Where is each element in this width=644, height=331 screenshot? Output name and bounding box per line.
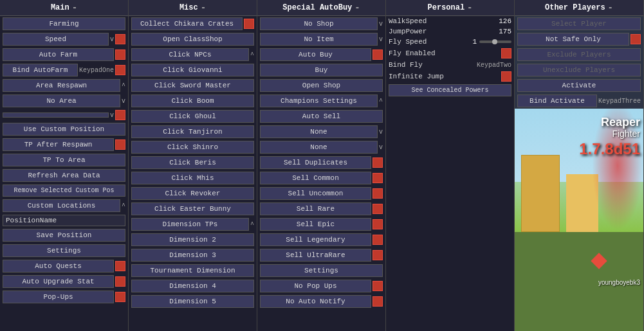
open-shop-btn[interactable]: Open Shop [260, 79, 383, 92]
jumppower-row: JumpPower 175 [386, 26, 514, 37]
special-title: Special AutoBuy [282, 3, 352, 12]
pop-ups-toggle[interactable] [115, 292, 125, 302]
sell-epic-toggle[interactable] [373, 219, 383, 229]
misc-minimize[interactable]: - [201, 3, 206, 13]
no-item-btn[interactable]: No Item [260, 33, 378, 46]
auto-upgrade-stat-btn[interactable]: Auto Upgrade Stat [3, 275, 114, 288]
auto-farm-toggle[interactable] [115, 49, 125, 60]
fly-speed-slider[interactable] [479, 40, 511, 43]
settings-btn[interactable]: Settings [3, 244, 125, 257]
collect-chikara-toggle[interactable] [244, 19, 254, 29]
dimension-tps-btn[interactable]: Dimension TPs [131, 218, 249, 231]
auto-buy-btn[interactable]: Auto Buy [260, 48, 371, 61]
auto-upgrade-stat-toggle[interactable] [115, 276, 125, 287]
position-name-input[interactable] [3, 215, 125, 226]
main-minimize[interactable]: - [72, 3, 77, 13]
exclude-players-btn[interactable]: Exclude Players [517, 48, 641, 61]
no-auto-notify-toggle[interactable] [373, 296, 383, 307]
collect-chikara-btn[interactable]: Collect Chikara Crates [131, 17, 243, 30]
no-shop-btn[interactable]: No Shop [260, 17, 378, 30]
special-settings-btn[interactable]: Settings [260, 264, 383, 277]
bind-activate-btn[interactable]: Bind Activate [517, 94, 597, 107]
sell-duplicates-toggle[interactable] [373, 157, 383, 168]
area-respawn-btn[interactable]: Area Respawn [3, 79, 120, 92]
sell-ultrarare-btn[interactable]: Sell UltraRare [260, 249, 371, 262]
sell-common-btn[interactable]: Sell Common [260, 172, 371, 184]
sell-epic-btn[interactable]: Sell Epic [260, 218, 371, 231]
none-btn-2[interactable]: None [260, 141, 378, 154]
auto-quests-toggle[interactable] [115, 261, 125, 271]
not-safe-only-btn[interactable]: Not Safe Only [517, 33, 629, 46]
click-mhis-btn[interactable]: Click Mhis [131, 172, 254, 184]
custom-locations-btn[interactable]: Custom Locations [3, 199, 120, 212]
dimension-4-btn[interactable]: Dimension 4 [131, 280, 254, 292]
tp-after-respawn-row: TP After Respawn [0, 137, 128, 152]
activate-btn[interactable]: Activate [517, 79, 641, 92]
personal-minimize[interactable]: - [467, 3, 472, 13]
sell-rare-btn[interactable]: Sell Rare [260, 202, 371, 215]
sell-common-toggle[interactable] [373, 173, 383, 183]
champions-settings-btn[interactable]: Champions Settings [260, 94, 378, 107]
tp-after-respawn-btn[interactable]: TP After Respawn [3, 138, 114, 151]
sell-legendary-btn[interactable]: Sell Legendary [260, 233, 371, 246]
click-easter-bunny-btn[interactable]: Click Easter Bunny [131, 202, 254, 215]
see-concealed-btn[interactable]: See Concealed Powers [389, 84, 511, 96]
empty-indicator: v [110, 112, 114, 119]
empty-toggle[interactable] [115, 110, 125, 120]
auto-farm-btn[interactable]: Auto Farm [3, 48, 114, 61]
speed-toggle[interactable] [115, 34, 125, 44]
main-panel: Main - Farming Speed v Auto Farm Bind Au… [0, 0, 129, 331]
dimension-5-btn[interactable]: Dimension 5 [131, 295, 254, 308]
click-giovanni-btn[interactable]: Click Giovanni [131, 64, 254, 76]
save-position-btn[interactable]: Save Position [3, 229, 125, 242]
click-npcs-btn[interactable]: Click NPCs [131, 48, 249, 61]
click-sword-master-btn[interactable]: Click Sword Master [131, 79, 254, 92]
none-btn-1[interactable]: None [260, 125, 378, 138]
unexclude-players-btn[interactable]: Unexclude Players [517, 64, 641, 76]
no-area-btn[interactable]: No Area [3, 94, 120, 107]
remove-custom-pos-btn[interactable]: Remove Selected Custom Pos [3, 184, 125, 197]
farming-btn[interactable]: Farming [3, 17, 125, 30]
sell-duplicates-btn[interactable]: Sell Duplicates [260, 156, 371, 169]
click-shinro-btn[interactable]: Click Shinro [131, 141, 254, 154]
infinite-jump-toggle[interactable] [501, 71, 511, 82]
auto-sell-btn[interactable]: Auto Sell [260, 110, 383, 123]
pop-ups-btn[interactable]: Pop-Ups [3, 291, 114, 303]
click-revoker-btn[interactable]: Click Revoker [131, 187, 254, 200]
click-boom-btn[interactable]: Click Boom [131, 94, 254, 107]
select-player-btn[interactable]: Select Player [517, 17, 641, 30]
auto-buy-toggle[interactable] [373, 49, 383, 60]
sell-rare-toggle[interactable] [373, 204, 383, 214]
click-ghoul-btn[interactable]: Click Ghoul [131, 110, 254, 123]
tp-after-respawn-toggle[interactable] [115, 139, 125, 150]
click-tanjiron-btn[interactable]: Click Tanjiron [131, 125, 254, 138]
use-custom-pos-btn[interactable]: Use Custom Position [3, 123, 125, 136]
dimension-tps-arrow: ^ [250, 221, 254, 228]
speed-btn[interactable]: Speed [3, 33, 109, 46]
tp-to-area-btn[interactable]: TP To Area [3, 154, 125, 166]
not-safe-toggle[interactable] [630, 34, 641, 44]
bind-autofarm-toggle[interactable] [115, 65, 125, 75]
sell-ultrarare-toggle[interactable] [373, 250, 383, 260]
other-minimize[interactable]: - [608, 3, 613, 13]
sell-uncommon-toggle[interactable] [373, 188, 383, 199]
auto-quests-btn[interactable]: Auto Quests [3, 260, 114, 273]
no-pop-ups-toggle[interactable] [373, 281, 383, 291]
tournament-dimension-btn[interactable]: Tournament Dimension [131, 264, 254, 277]
refresh-area-btn[interactable]: Refresh Area Data [3, 169, 125, 182]
sell-uncommon-btn[interactable]: Sell Uncommon [260, 187, 371, 200]
open-classshop-btn[interactable]: Open ClassShop [131, 33, 254, 46]
bind-autofarm-row: Bind AutoFarm KeypadOne [0, 62, 128, 78]
special-minimize[interactable]: - [354, 3, 360, 13]
fly-enabled-toggle[interactable] [501, 48, 511, 58]
main-panel-header: Main - [0, 0, 128, 16]
sell-legendary-toggle[interactable] [373, 235, 383, 245]
bind-autofarm-btn[interactable]: Bind AutoFarm [3, 64, 78, 76]
dimension-2-btn[interactable]: Dimension 2 [131, 233, 254, 246]
empty-btn[interactable] [3, 112, 109, 118]
no-auto-notify-btn[interactable]: No Auto Notify [260, 295, 371, 308]
no-pop-ups-btn[interactable]: No Pop Ups [260, 280, 371, 292]
click-beris-btn[interactable]: Click Beris [131, 156, 254, 169]
buy-btn[interactable]: Buy [260, 64, 383, 76]
dimension-3-btn[interactable]: Dimension 3 [131, 249, 254, 262]
